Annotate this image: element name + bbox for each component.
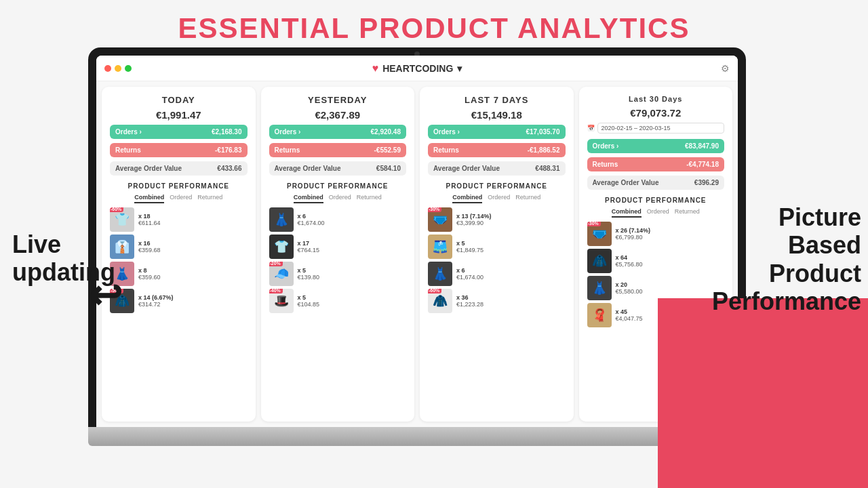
product-image: -20% 🧢 xyxy=(269,262,294,286)
avg-label-today: Average Order Value xyxy=(115,165,182,172)
product-item: -30% 🩲 x 13 (7.14%) €3,399.90 xyxy=(428,207,566,232)
product-info: x 5 €104.85 xyxy=(298,294,320,308)
returns-row-last30[interactable]: Returns -€4,774.18 xyxy=(587,157,725,171)
avg-row-last30: Average Order Value €396.29 xyxy=(587,176,725,190)
product-info: x 26 (7.14%) €6,799.80 xyxy=(616,227,651,241)
settings-button[interactable]: ⚙ xyxy=(721,62,730,75)
card-yesterday-amount: €2,367.89 xyxy=(269,109,407,121)
product-qty: x 14 (6.67%) xyxy=(138,294,174,301)
product-info: x 5 €1,849.75 xyxy=(456,240,484,253)
product-item: -30% 🩲 x 26 (7.14%) €6,799.80 xyxy=(587,222,725,246)
orders-label-last7: Orders › xyxy=(433,128,460,136)
tabs-last7: Combined Ordered Returned xyxy=(428,194,566,203)
tab-ordered-last7[interactable]: Ordered xyxy=(488,194,510,203)
tab-returned-last30[interactable]: Returned xyxy=(675,208,700,218)
app-content: TODAY €1,991.47 Orders › €2,168.30 Retur… xyxy=(96,81,738,427)
orders-row-today[interactable]: Orders › €2,168.30 xyxy=(110,125,248,139)
arrow-left-icon: ↪ xyxy=(88,271,122,319)
returns-row-yesterday[interactable]: Returns -€552.59 xyxy=(269,143,407,157)
product-item: -60% 👕 x 18 €611.64 xyxy=(110,207,248,232)
maximize-button[interactable] xyxy=(125,65,132,72)
tab-returned-today[interactable]: Returned xyxy=(197,194,222,203)
avg-value-today: €433.66 xyxy=(217,165,241,172)
tab-combined-last30[interactable]: Combined xyxy=(612,208,642,218)
product-list-last7: -30% 🩲 x 13 (7.14%) €3,399.90 🩳 xyxy=(428,207,566,413)
tab-ordered-yesterday[interactable]: Ordered xyxy=(329,194,351,203)
product-item: 👗 x 6 €1,674.00 xyxy=(428,262,566,286)
product-qty: x 5 xyxy=(298,294,320,301)
avg-value-yesterday: €584.10 xyxy=(376,165,401,172)
product-item: 👗 x 20 €5,580.00 xyxy=(587,276,725,300)
tab-combined-yesterday[interactable]: Combined xyxy=(294,194,323,203)
product-badge: -40% xyxy=(269,289,283,293)
card-today-title: TODAY xyxy=(110,95,248,105)
product-price: €6,799.80 xyxy=(616,234,643,241)
dropdown-chevron-icon[interactable]: ▾ xyxy=(457,63,462,74)
product-info: x 18 €611.64 xyxy=(138,213,161,226)
card-last30-title: Last 30 Days xyxy=(587,95,725,103)
card-last7-title: LAST 7 DAYS xyxy=(428,95,566,105)
product-info: x 64 €5,756.80 xyxy=(616,254,643,268)
tab-returned-last7[interactable]: Returned xyxy=(515,194,540,203)
product-qty: x 20 xyxy=(616,281,643,288)
product-item: -50% 🧥 x 14 (6.67%) €314.72 xyxy=(110,289,248,313)
returns-value-yesterday: -€552.59 xyxy=(374,146,401,154)
avg-label-last30: Average Order Value xyxy=(593,179,659,186)
product-info: x 6 €1,674.00 xyxy=(298,213,325,226)
product-price: €359.60 xyxy=(138,274,161,281)
heart-icon: ♥ xyxy=(372,62,379,75)
product-price: €1,849.75 xyxy=(456,247,484,253)
card-last30-amount: €79,073.72 xyxy=(587,107,725,119)
avg-row-yesterday: Average Order Value €584.10 xyxy=(269,161,407,176)
gear-icon: ⚙ xyxy=(721,63,730,74)
product-qty: x 6 xyxy=(456,267,484,274)
orders-value-today: €2,168.30 xyxy=(212,128,242,136)
product-item: 👔 x 16 €359.68 xyxy=(110,235,248,259)
tab-combined-last7[interactable]: Combined xyxy=(452,194,482,203)
product-price: €3,399.90 xyxy=(456,220,484,226)
laptop-container: ♥ HEARTCODING ▾ ⚙ TODAY €1,991.47 Orders… xyxy=(88,47,746,468)
tab-combined-today[interactable]: Combined xyxy=(134,194,164,203)
close-button[interactable] xyxy=(104,65,111,72)
orders-label-yesterday: Orders › xyxy=(275,128,301,136)
returns-row-today[interactable]: Returns -€176.83 xyxy=(110,143,248,157)
orders-row-yesterday[interactable]: Orders › €2,920.48 xyxy=(269,125,407,139)
product-item: 👗 x 6 €1,674.00 xyxy=(269,207,407,232)
product-info: x 16 €359.68 xyxy=(138,240,161,253)
product-item: 🧥 x 64 €5,756.80 xyxy=(587,249,725,273)
avg-value-last7: €488.31 xyxy=(535,165,559,172)
product-info: x 17 €764.15 xyxy=(298,240,320,253)
product-qty: x 18 xyxy=(138,213,161,220)
returns-row-last7[interactable]: Returns -€1,886.52 xyxy=(428,143,566,157)
product-item: 👗 x 8 €359.60 xyxy=(110,262,248,286)
product-qty: x 45 xyxy=(616,308,643,315)
tab-ordered-last30[interactable]: Ordered xyxy=(647,208,669,218)
logo-text: HEARTCODING xyxy=(382,63,453,74)
product-item: -60% 🧥 x 36 €1,223.28 xyxy=(428,289,566,313)
laptop-screen: ♥ HEARTCODING ▾ ⚙ TODAY €1,991.47 Orders… xyxy=(96,56,738,427)
minimize-button[interactable] xyxy=(115,65,121,72)
app-header: ♥ HEARTCODING ▾ ⚙ xyxy=(96,56,738,81)
product-info: x 13 (7.14%) €3,399.90 xyxy=(456,213,492,226)
card-yesterday: YESTERDAY €2,367.89 Orders › €2,920.48 R… xyxy=(261,87,415,422)
product-info: x 8 €359.60 xyxy=(138,267,161,281)
tab-returned-yesterday[interactable]: Returned xyxy=(357,194,382,203)
orders-row-last7[interactable]: Orders › €17,035.70 xyxy=(428,125,566,139)
date-range-input[interactable] xyxy=(597,123,725,134)
window-controls xyxy=(104,65,132,72)
returns-label-last7: Returns xyxy=(433,146,459,154)
product-qty: x 5 xyxy=(456,240,484,247)
returns-label-last30: Returns xyxy=(593,161,618,168)
product-price: €1,223.28 xyxy=(456,301,484,308)
product-item: -20% 🧢 x 5 €139.80 xyxy=(269,262,407,286)
product-image: 🩳 xyxy=(428,235,452,259)
product-list-yesterday: 👗 x 6 €1,674.00 👕 xyxy=(269,207,407,413)
avg-label-yesterday: Average Order Value xyxy=(275,165,341,172)
product-price: €139.80 xyxy=(298,274,320,281)
product-image: -60% 🧥 xyxy=(428,289,452,313)
orders-row-last30[interactable]: Orders › €83,847.90 xyxy=(587,139,725,153)
orders-value-yesterday: €2,920.48 xyxy=(371,128,401,136)
avg-row-last7: Average Order Value €488.31 xyxy=(428,161,566,176)
tab-ordered-today[interactable]: Ordered xyxy=(170,194,192,203)
card-last7: LAST 7 DAYS €15,149.18 Orders › €17,035.… xyxy=(420,87,574,422)
